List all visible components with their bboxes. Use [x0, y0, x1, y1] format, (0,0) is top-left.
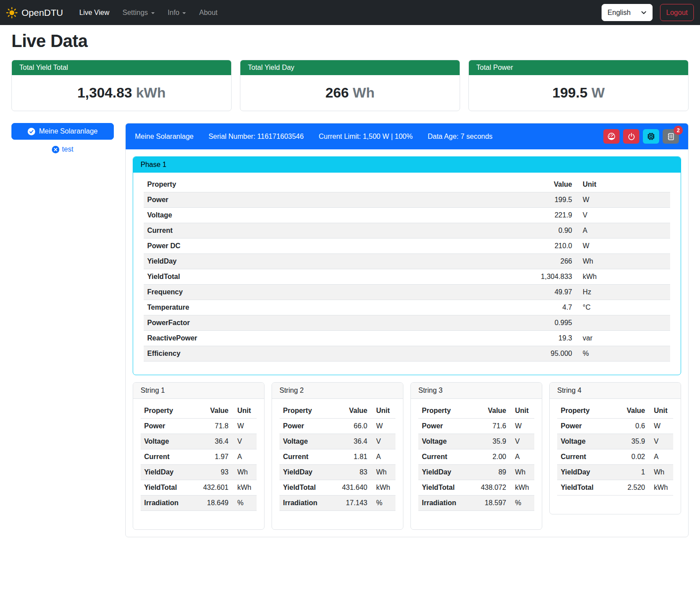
value-cell: 432.601 [192, 480, 232, 496]
table-row: Power 71.6 W [418, 419, 534, 434]
string-4-table: Property Value Unit Power [557, 403, 673, 496]
sidebar-item-test[interactable]: test [11, 145, 114, 153]
value-cell: 210.0 [501, 239, 576, 254]
value-cell: 266 [501, 254, 576, 269]
col-header-value: Value [470, 403, 510, 419]
property-cell: YieldDay [418, 465, 470, 480]
string-card-body: Property Value Unit Power [550, 399, 681, 514]
chevron-down-icon [182, 12, 186, 14]
inverter-action-buttons: 2 [603, 129, 679, 144]
device-info-button[interactable] [643, 129, 659, 144]
table-row: YieldDay 266 Wh [144, 254, 670, 269]
inverter-serial: Serial Number: 116171603546 [208, 133, 304, 141]
value-cell: 89 [470, 465, 510, 480]
unit-cell: W [510, 419, 534, 434]
value-cell: 93 [192, 465, 232, 480]
property-cell: Power [418, 419, 470, 434]
nav-item-settings[interactable]: Settings [116, 5, 161, 20]
nav-item-live-view[interactable]: Live View [73, 5, 116, 20]
table-row: Frequency 49.97 Hz [144, 285, 670, 300]
table-row: Voltage 35.9 V [418, 434, 534, 449]
unit-cell: V [576, 208, 670, 223]
inverter-sidebar: Meine Solaranlage test [11, 123, 114, 153]
limit-settings-button[interactable] [603, 129, 620, 144]
value-cell: 71.6 [470, 419, 510, 434]
table-row: YieldDay 93 Wh [141, 465, 257, 480]
navbar: OpenDTU Live View Settings Info About En… [0, 0, 700, 25]
value-unit: W [591, 85, 605, 101]
property-cell: Power [279, 419, 331, 434]
property-cell: Voltage [418, 434, 470, 449]
unit-cell: kWh [510, 480, 534, 496]
value-cell: 18.649 [192, 496, 232, 511]
summary-cards-row: Total Yield Total 1,304.83 kWh Total Yie… [11, 60, 689, 111]
nav-item-info[interactable]: Info [161, 5, 193, 20]
nav-item-label: Info [168, 9, 180, 17]
value-cell: 199.5 [501, 192, 576, 208]
table-header-row: Property Value Unit [418, 403, 534, 419]
table-row: Power 71.8 W [141, 419, 257, 434]
col-header-value: Value [192, 403, 232, 419]
phase-table: Property Value Unit Power 199.5 [144, 177, 670, 362]
property-cell: Temperature [144, 300, 501, 315]
value-cell: 0.995 [501, 315, 576, 331]
unit-cell: Wh [510, 465, 534, 480]
string-card-body: Property Value Unit Power [133, 399, 264, 529]
language-select-value: English [608, 9, 631, 17]
language-select[interactable]: English [602, 4, 653, 21]
col-header-property: Property [279, 403, 331, 419]
table-row: Power DC 210.0 W [144, 239, 670, 254]
unit-cell [576, 315, 670, 331]
col-header-property: Property [557, 403, 613, 419]
event-count-badge: 2 [674, 126, 683, 135]
col-header-property: Property [141, 403, 192, 419]
property-cell: Current [141, 449, 192, 465]
table-row: Current 0.02 A [557, 449, 673, 465]
string-card-body: Property Value Unit Power [411, 399, 542, 529]
col-header-unit: Unit [510, 403, 534, 419]
property-cell: Power [141, 419, 192, 434]
sidebar-item-meine-solaranlage[interactable]: Meine Solaranlage [11, 123, 114, 140]
nav-item-about[interactable]: About [192, 5, 224, 20]
inverter-name: Meine Solaranlage [135, 133, 193, 141]
value-cell: 221.9 [501, 208, 576, 223]
logout-button[interactable]: Logout [660, 4, 694, 21]
value-cell: 35.9 [470, 434, 510, 449]
value-cell: 71.8 [192, 419, 232, 434]
value-unit: Wh [353, 85, 375, 101]
property-cell: YieldDay [141, 465, 192, 480]
card-header: Total Power [469, 60, 688, 75]
col-header-property: Property [418, 403, 470, 419]
col-header-value: Value [613, 403, 649, 419]
property-cell: Power DC [144, 239, 501, 254]
value-cell: 49.97 [501, 285, 576, 300]
string-3-table: Property Value Unit Power [418, 403, 534, 511]
table-row: Irradiation 18.649 % [141, 496, 257, 511]
journal-icon [667, 133, 675, 141]
value-cell: 1 [613, 465, 649, 480]
table-row: Current 0.90 A [144, 223, 670, 239]
table-row: Temperature 4.7 °C [144, 300, 670, 315]
card-total-yield-day: Total Yield Day 266 Wh [240, 60, 460, 111]
value-cell: 1,304.833 [501, 269, 576, 285]
unit-cell: W [576, 239, 670, 254]
table-row: YieldTotal 438.072 kWh [418, 480, 534, 496]
unit-cell: °C [576, 300, 670, 315]
string-card-header: String 2 [272, 383, 403, 399]
property-cell: Current [279, 449, 331, 465]
power-button[interactable] [623, 129, 639, 144]
unit-cell: A [649, 449, 673, 465]
unit-cell: Wh [232, 465, 257, 480]
value-cell: 2.00 [470, 449, 510, 465]
unit-cell: Wh [649, 465, 673, 480]
card-header: Total Yield Day [240, 60, 460, 75]
event-log-button[interactable]: 2 [663, 129, 679, 144]
brand[interactable]: OpenDTU [6, 7, 63, 18]
table-header-row: Property Value Unit [279, 403, 395, 419]
table-row: YieldTotal 2.520 kWh [557, 480, 673, 496]
string-1-card: String 1 Property Value Unit [133, 382, 265, 530]
table-row: Current 1.81 A [279, 449, 395, 465]
property-cell: YieldTotal [141, 480, 192, 496]
unit-cell: V [510, 434, 534, 449]
card-value: 266 Wh [240, 75, 460, 111]
